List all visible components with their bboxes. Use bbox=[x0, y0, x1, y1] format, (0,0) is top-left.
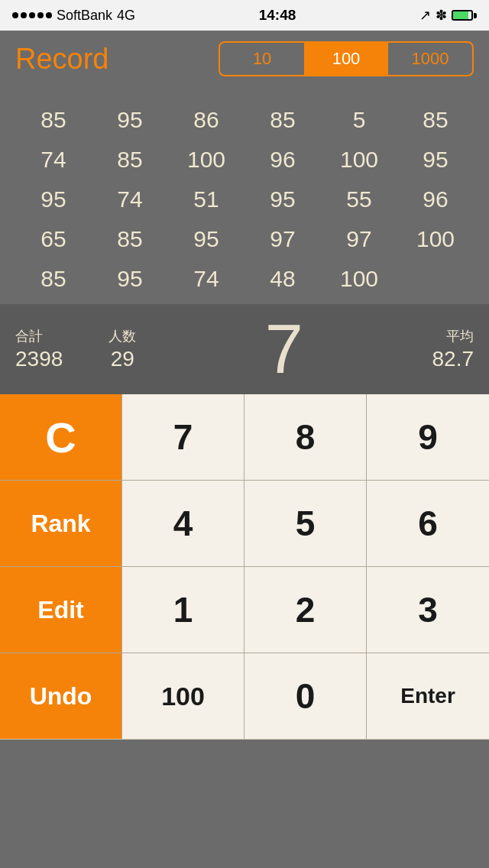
average-value: 82.7 bbox=[432, 347, 474, 371]
summary-center: 7 bbox=[136, 315, 432, 384]
total-value: 2398 bbox=[15, 347, 63, 371]
score-cell: 95 bbox=[15, 182, 92, 217]
status-bar-right: ↗ ✽ bbox=[419, 7, 477, 24]
count-label: 人数 bbox=[108, 327, 136, 345]
key-num-7[interactable]: 7 bbox=[122, 394, 244, 480]
key-num-3[interactable]: 3 bbox=[367, 567, 489, 653]
keypad-row: C789 bbox=[0, 394, 489, 481]
score-cell: 65 bbox=[15, 222, 92, 257]
key-num-1[interactable]: 1 bbox=[122, 567, 244, 653]
key-action-rank[interactable]: Rank bbox=[0, 481, 122, 566]
summary-bar: 合計 2398 人数 29 7 平均 82.7 bbox=[0, 304, 489, 394]
score-cell: 85 bbox=[15, 102, 92, 138]
score-grid: 8595868558574851009610095957451955596658… bbox=[15, 102, 474, 296]
score-cell: 74 bbox=[92, 182, 168, 217]
summary-count: 人数 29 bbox=[108, 327, 136, 371]
key-num-4[interactable]: 4 bbox=[122, 481, 244, 566]
keypad-row: Rank456 bbox=[0, 481, 489, 567]
score-cell: 55 bbox=[321, 182, 397, 217]
key-action-c[interactable]: C bbox=[0, 394, 122, 480]
dot5 bbox=[46, 12, 52, 18]
summary-total: 合計 2398 bbox=[15, 327, 63, 371]
score-cell: 95 bbox=[92, 102, 168, 138]
network-label: 4G bbox=[117, 8, 135, 24]
carrier-label: SoftBank bbox=[57, 8, 112, 24]
segment-10[interactable]: 10 bbox=[220, 43, 304, 75]
key-num-100[interactable]: 100 bbox=[122, 653, 244, 739]
dot2 bbox=[21, 12, 27, 18]
score-cell: 96 bbox=[397, 182, 474, 217]
score-cell: 85 bbox=[15, 261, 92, 296]
key-num-enter[interactable]: Enter bbox=[367, 653, 489, 739]
score-cell: 95 bbox=[92, 261, 168, 296]
dot3 bbox=[29, 12, 35, 18]
page-title: Record bbox=[15, 43, 109, 76]
key-num-2[interactable]: 2 bbox=[244, 567, 367, 653]
score-cell: 85 bbox=[244, 102, 321, 138]
bluetooth-icon: ✽ bbox=[436, 7, 447, 24]
score-area: 8595868558574851009610095957451955596658… bbox=[0, 87, 489, 304]
score-cell: 74 bbox=[168, 261, 244, 296]
dot1 bbox=[12, 12, 18, 18]
status-bar-left: SoftBank 4G bbox=[12, 8, 135, 24]
header: Record 10 100 1000 bbox=[0, 31, 489, 87]
score-cell: 85 bbox=[397, 102, 474, 138]
score-cell: 85 bbox=[92, 222, 168, 257]
dot4 bbox=[37, 12, 44, 18]
score-cell: 95 bbox=[244, 182, 321, 217]
score-cell: 100 bbox=[168, 142, 244, 177]
status-time: 14:48 bbox=[259, 7, 296, 24]
key-action-edit[interactable]: Edit bbox=[0, 567, 122, 653]
score-cell: 100 bbox=[397, 222, 474, 257]
score-cell: 95 bbox=[168, 222, 244, 257]
score-cell: 97 bbox=[244, 222, 321, 257]
keypad-row: Edit123 bbox=[0, 567, 489, 653]
score-cell: 97 bbox=[321, 222, 397, 257]
battery-body bbox=[452, 10, 473, 21]
key-num-0[interactable]: 0 bbox=[244, 653, 367, 739]
score-cell: 74 bbox=[15, 142, 92, 177]
average-label: 平均 bbox=[446, 327, 474, 345]
score-cell: 85 bbox=[92, 142, 168, 177]
key-action-undo[interactable]: Undo bbox=[0, 653, 122, 739]
key-num-9[interactable]: 9 bbox=[367, 394, 489, 480]
count-value: 29 bbox=[111, 347, 134, 371]
battery-fill bbox=[453, 11, 468, 19]
segment-control[interactable]: 10 100 1000 bbox=[219, 41, 474, 76]
score-cell: 96 bbox=[244, 142, 321, 177]
score-cell: 95 bbox=[397, 142, 474, 177]
status-bar: SoftBank 4G 14:48 ↗ ✽ bbox=[0, 0, 489, 31]
battery-icon bbox=[452, 10, 477, 21]
score-cell: 5 bbox=[321, 102, 397, 138]
segment-1000[interactable]: 1000 bbox=[388, 43, 472, 75]
signal-dots bbox=[12, 12, 52, 18]
score-cell: 48 bbox=[244, 261, 321, 296]
score-cell: 86 bbox=[168, 102, 244, 138]
key-num-6[interactable]: 6 bbox=[367, 481, 489, 566]
current-number: 7 bbox=[265, 315, 303, 384]
keypad-row: Undo1000Enter bbox=[0, 653, 489, 740]
key-num-8[interactable]: 8 bbox=[244, 394, 367, 480]
segment-100[interactable]: 100 bbox=[304, 43, 388, 75]
summary-average: 平均 82.7 bbox=[432, 327, 474, 371]
score-cell: 51 bbox=[168, 182, 244, 217]
score-cell: 100 bbox=[321, 261, 397, 296]
score-cell: 100 bbox=[321, 142, 397, 177]
total-label: 合計 bbox=[15, 327, 43, 345]
battery-tip bbox=[474, 13, 477, 18]
key-num-5[interactable]: 5 bbox=[244, 481, 367, 566]
keypad: C789Rank456Edit123Undo1000Enter bbox=[0, 394, 489, 740]
location-icon: ↗ bbox=[419, 7, 431, 24]
score-cell bbox=[397, 261, 474, 296]
